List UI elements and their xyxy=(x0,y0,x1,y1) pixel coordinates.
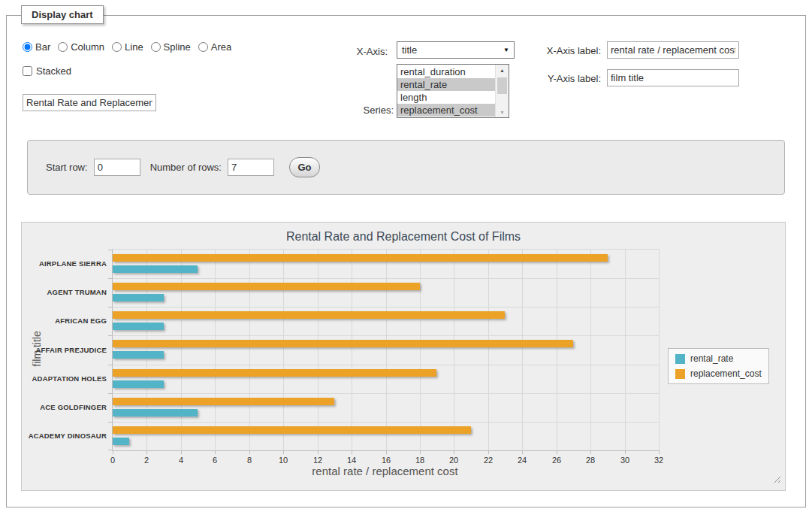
series-option-rental_duration[interactable]: rental_duration xyxy=(397,65,496,78)
gridline-x-24 xyxy=(522,250,523,450)
legend-item-replacement_cost[interactable]: replacement_cost xyxy=(675,368,762,379)
x-tick-label: 30 xyxy=(610,456,640,465)
stacked-checkbox[interactable] xyxy=(23,66,32,76)
gridline-x-2 xyxy=(146,250,147,450)
bar-rental_rate[interactable] xyxy=(113,380,164,388)
series-option-replacement_cost[interactable]: replacement_cost xyxy=(397,104,496,117)
scrollbar-thumb[interactable] xyxy=(497,77,507,94)
gridline-x-26 xyxy=(557,250,557,450)
x-tick-mark xyxy=(659,450,660,454)
x-tick-mark xyxy=(146,450,147,454)
x-tick-label: 28 xyxy=(575,456,605,465)
category-label: AGENT TRUMAN xyxy=(15,288,107,296)
x-tick-label: 12 xyxy=(303,456,333,465)
x-tick-mark xyxy=(352,450,352,454)
row-range-panel: Start row: Number of rows: Go xyxy=(27,140,785,195)
series-option-length[interactable]: length xyxy=(397,91,496,104)
bar-rental_rate[interactable] xyxy=(113,294,164,301)
x-tick-mark xyxy=(522,450,523,454)
y-tick-mark xyxy=(108,365,112,365)
chart-type-radio-bar[interactable] xyxy=(23,42,32,52)
category-label: ACE GOLDFINGER xyxy=(15,403,107,411)
chart-type-label-spline: Spline xyxy=(164,41,191,53)
chart-type-group: BarColumnLineSplineArea xyxy=(23,41,231,53)
chart-title-input[interactable] xyxy=(23,94,156,111)
x-tick-label: 2 xyxy=(131,456,161,465)
series-option-rental_rate[interactable]: rental_rate xyxy=(397,78,496,91)
legend-item-rental_rate[interactable]: rental_rate xyxy=(675,353,762,364)
series-list-label: Series: xyxy=(341,105,394,116)
gridline-x-4 xyxy=(181,250,182,450)
gridline-x-6 xyxy=(215,250,216,450)
bar-replacement_cost[interactable] xyxy=(113,340,573,347)
chart-type-radio-spline[interactable] xyxy=(151,42,161,52)
bar-replacement_cost[interactable] xyxy=(113,369,436,377)
start-row-input[interactable] xyxy=(94,159,140,176)
bar-rental_rate[interactable] xyxy=(113,351,164,359)
bar-rental_rate[interactable] xyxy=(113,265,198,273)
x-axis-title: rental rate / replacement cost xyxy=(112,465,658,477)
y-tick-mark xyxy=(108,335,112,336)
chart-type-column[interactable]: Column xyxy=(58,41,104,53)
chart-title: Rental Rate and Replacement Cost of Film… xyxy=(22,230,785,244)
resize-grip-icon[interactable] xyxy=(772,474,780,483)
number-of-rows-label: Number of rows: xyxy=(150,162,222,173)
gridline-x-22 xyxy=(488,250,489,450)
gridline-x-28 xyxy=(590,250,591,450)
plot-area: 02468101214161820222426283032AIRPLANE SI… xyxy=(112,249,660,451)
y-axis-label-input[interactable] xyxy=(607,69,739,86)
chart-legend: rental_ratereplacement_cost xyxy=(668,348,769,384)
go-button[interactable]: Go xyxy=(289,157,320,177)
gridline-x-16 xyxy=(386,250,387,450)
bar-rental_rate[interactable] xyxy=(113,409,198,417)
x-tick-label: 18 xyxy=(405,456,435,465)
bar-replacement_cost[interactable] xyxy=(113,283,420,290)
x-axis-selected-value: title xyxy=(402,44,417,56)
listbox-scrollbar[interactable]: ▲ ▼ xyxy=(495,65,509,117)
chart-type-radio-column[interactable] xyxy=(58,42,68,52)
number-of-rows-input[interactable] xyxy=(228,159,274,176)
bar-replacement_cost[interactable] xyxy=(113,311,505,319)
x-tick-mark xyxy=(454,450,454,454)
series-listbox[interactable]: rental_durationrental_ratelengthreplacem… xyxy=(397,64,509,118)
bar-rental_rate[interactable] xyxy=(113,438,129,445)
gridline-x-30 xyxy=(625,250,626,450)
start-row-label: Start row: xyxy=(46,162,88,173)
y-tick-mark xyxy=(108,278,112,279)
legend-label: rental_rate xyxy=(690,353,733,364)
scroll-down-arrow-icon[interactable]: ▼ xyxy=(496,107,509,117)
x-tick-mark xyxy=(318,450,318,454)
x-tick-mark xyxy=(590,450,591,454)
gridline-y xyxy=(113,335,659,336)
y-tick-mark xyxy=(108,422,112,423)
category-label: AFFAIR PREJUDICE xyxy=(15,346,107,354)
x-axis-label-input[interactable] xyxy=(607,41,739,59)
bar-replacement_cost[interactable] xyxy=(113,426,471,434)
x-axis-select[interactable]: title ▼ xyxy=(397,41,515,59)
x-tick-mark xyxy=(557,450,557,454)
chart-type-spline[interactable]: Spline xyxy=(151,41,191,53)
bar-replacement_cost[interactable] xyxy=(113,254,608,262)
x-tick-label: 0 xyxy=(98,456,128,465)
category-label: ACADEMY DINOSAUR xyxy=(15,432,107,440)
chart-type-bar[interactable]: Bar xyxy=(23,41,50,53)
x-tick-mark xyxy=(181,450,182,454)
y-tick-mark xyxy=(108,393,112,394)
bar-replacement_cost[interactable] xyxy=(113,398,334,405)
y-tick-mark xyxy=(108,450,112,450)
gridline-x-10 xyxy=(283,250,284,450)
stacked-checkbox-row[interactable]: Stacked xyxy=(23,65,71,77)
chart-type-area[interactable]: Area xyxy=(198,41,231,53)
chart-type-line[interactable]: Line xyxy=(112,41,143,53)
chart-type-radio-line[interactable] xyxy=(112,42,122,52)
gridline-y xyxy=(113,393,659,394)
x-tick-mark xyxy=(215,450,216,454)
y-axis-label-label: Y-Axis label: xyxy=(535,73,601,84)
x-axis-label-label: X-Axis label: xyxy=(535,45,601,56)
bar-rental_rate[interactable] xyxy=(113,323,164,330)
stacked-label: Stacked xyxy=(36,65,71,77)
scroll-up-arrow-icon[interactable]: ▲ xyxy=(496,65,509,75)
chart-type-radio-area[interactable] xyxy=(198,42,208,52)
x-tick-label: 4 xyxy=(166,456,196,465)
x-tick-label: 26 xyxy=(542,456,572,465)
